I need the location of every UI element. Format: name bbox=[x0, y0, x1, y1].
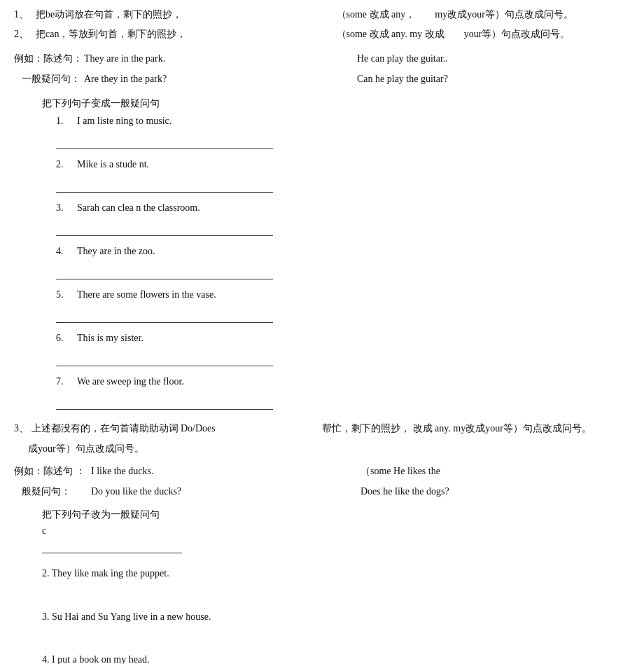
section3-middle: Do/Does bbox=[181, 423, 216, 434]
exercise-item-7: 7. We are sweep ing the floor. bbox=[14, 376, 630, 387]
exercise-item-3: 3. Sarah can clea n the classroom. bbox=[14, 202, 630, 214]
example2-question: Do you like the ducks? bbox=[91, 483, 360, 500]
rule1-right: （some 改成 any， my改成your等）句点改成问号。 bbox=[337, 7, 631, 22]
exercise2-item-2: 2. They like mak ing the puppet. bbox=[14, 565, 630, 582]
section3-right-text: 帮忙，剩下的照抄， bbox=[322, 423, 410, 434]
answer-line-4 bbox=[56, 267, 273, 279]
section3-note: 成your等）句点改成问号。 bbox=[14, 441, 630, 457]
example2-label: 例如：陈述句 ： bbox=[14, 462, 91, 480]
item-label: 4. I put a book on my head. bbox=[42, 654, 150, 664]
item-6-text: This is my sister. bbox=[77, 333, 630, 344]
exercise2-title: 把下列句子改为一般疑问句 bbox=[42, 509, 630, 521]
rule1-num: 1、 bbox=[14, 7, 29, 22]
exercise1-title: 把下列句子变成一般疑问句 bbox=[42, 97, 630, 110]
example2-right-sentence: （some He likes the bbox=[360, 462, 630, 480]
item-7-text: We are sweep ing the floor. bbox=[77, 376, 630, 387]
section3-right: 帮忙，剩下的照抄， 改成 any. my改成your等）句点改成问号。 bbox=[322, 421, 630, 436]
item-label: 2. They like mak ing the puppet. bbox=[42, 568, 169, 579]
rule1-block: 1、 把be动词放在句首，剩下的照抄， （some 改成 any， my改成yo… bbox=[14, 7, 630, 22]
item-2-text: Mike is a stude nt. bbox=[77, 159, 630, 170]
item-label: 3. Su Hai and Su Yang live in a new hous… bbox=[42, 611, 211, 622]
exercise1-list: 1. I am liste ning to music. 2. Mike is … bbox=[14, 116, 630, 410]
rule2-left: 把can，等放到句首，剩下的照抄， bbox=[36, 27, 330, 42]
section3-left: 3、 上述都没有的，在句首请助助动词 Do/Does bbox=[14, 421, 322, 436]
example1-q-label: 一般疑问句： bbox=[14, 70, 84, 88]
answer-line-1 bbox=[56, 137, 273, 149]
rule2-num: 2、 bbox=[14, 27, 29, 42]
example1-row2: 一般疑问句： Are they in the park? Can he play… bbox=[14, 70, 630, 88]
item-3-text: Sarah can clea n the classroom. bbox=[77, 202, 630, 214]
rules-section: 1、 把be动词放在句首，剩下的照抄， （some 改成 any， my改成yo… bbox=[14, 7, 630, 43]
exercise-item-4: 4. They are in the zoo. bbox=[14, 246, 630, 257]
example2-sentence: I like the ducks. bbox=[91, 462, 360, 480]
answer-line-6 bbox=[56, 354, 273, 366]
exercise2-sub: c bbox=[14, 525, 630, 537]
item-2-num: 2. bbox=[56, 159, 77, 170]
section3-header: 3、 上述都没有的，在句首请助助动词 Do/Does 帮忙，剩下的照抄， 改成 … bbox=[14, 421, 630, 436]
answer-line-3 bbox=[56, 223, 273, 236]
section3-text: 上述都没有的，在句首请助助动词 bbox=[31, 423, 178, 434]
exercise-item-1: 1. I am liste ning to music. bbox=[14, 116, 630, 127]
answer-line-e2-pre bbox=[42, 541, 182, 553]
exercise-item-5: 5. There are some flowers in the vase. bbox=[14, 289, 630, 300]
example2-right-question: Does he like the dogs? bbox=[360, 483, 630, 500]
rule2-right: （some 改成 any. my 改成 your等）句点改成问号。 bbox=[337, 27, 631, 42]
section3-right2: 改成 any. my改成your等）句点改成问号。 bbox=[413, 423, 592, 434]
section3-num: 3、 bbox=[14, 423, 29, 434]
example1-row1: 例如：陈述句： They are in the park. He can pla… bbox=[14, 50, 630, 67]
example2-section: 例如：陈述句 ： I like the ducks. （some He like… bbox=[14, 462, 630, 500]
item-1-num: 1. bbox=[56, 116, 77, 127]
example2-row2: 般疑问句： Do you like the ducks? Does he lik… bbox=[14, 483, 630, 500]
item-5-text: There are some flowers in the vase. bbox=[77, 289, 630, 300]
section3-block: 3、 上述都没有的，在句首请助助动词 Do/Does 帮忙，剩下的照抄， 改成 … bbox=[14, 421, 630, 457]
exercise-item-6: 6. This is my sister. bbox=[14, 333, 630, 344]
example1-question: Are they in the park? bbox=[84, 70, 357, 88]
item-5-num: 5. bbox=[56, 289, 77, 300]
item-4-text: They are in the zoo. bbox=[77, 246, 630, 257]
rule2-block: 2、 把can，等放到句首，剩下的照抄， （some 改成 any. my 改成… bbox=[14, 27, 630, 42]
example2-row1: 例如：陈述句 ： I like the ducks. （some He like… bbox=[14, 462, 630, 480]
example1-right-question: Can he play the guitar? bbox=[357, 70, 630, 88]
example1-label: 例如：陈述句： bbox=[14, 50, 84, 67]
item-6-num: 6. bbox=[56, 333, 77, 344]
item-3-num: 3. bbox=[56, 202, 77, 214]
example1-right-sentence: He can play the guitar.. bbox=[357, 50, 630, 67]
example1-sentence: They are in the park. bbox=[84, 50, 357, 67]
rule1-left: 把be动词放在句首，剩下的照抄， bbox=[36, 7, 330, 22]
answer-line-5 bbox=[56, 310, 273, 323]
item-4-num: 4. bbox=[56, 246, 77, 257]
exercise2-list: 2. They like mak ing the puppet.3. Su Ha… bbox=[14, 541, 630, 664]
exercise-item-2: 2. Mike is a stude nt. bbox=[14, 159, 630, 170]
answer-line-2 bbox=[56, 180, 273, 193]
example1-section: 例如：陈述句： They are in the park. He can pla… bbox=[14, 50, 630, 88]
item-1-text: I am liste ning to music. bbox=[77, 116, 630, 127]
answer-line-7 bbox=[56, 397, 273, 410]
item-7-num: 7. bbox=[56, 376, 77, 387]
exercise2-item-4: 4. I put a book on my head. bbox=[14, 651, 630, 664]
exercise2-item-3: 3. Su Hai and Su Yang live in a new hous… bbox=[14, 608, 630, 625]
example2-q-label: 般疑问句： bbox=[14, 483, 91, 500]
